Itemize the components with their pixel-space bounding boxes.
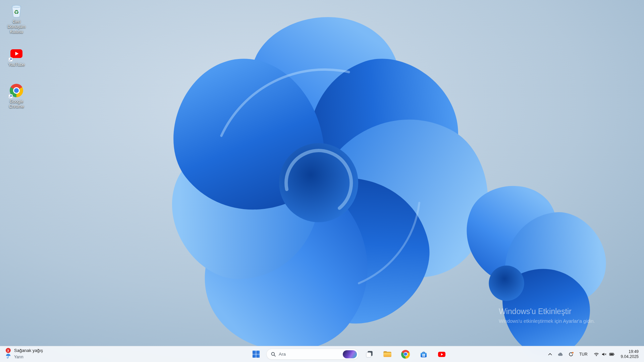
weather-condition: Sağanak yağış — [14, 348, 43, 353]
desktop-icon-label: Geri Dönüşüm Kutusu — [3, 19, 30, 35]
volume-muted-icon — [601, 352, 607, 357]
chevron-up-icon — [547, 352, 553, 357]
search-box[interactable] — [266, 349, 359, 360]
file-explorer-button[interactable] — [380, 348, 395, 361]
start-button[interactable] — [248, 348, 264, 361]
task-view-button[interactable] — [362, 348, 377, 361]
microsoft-store-icon — [419, 350, 428, 359]
watermark-subtitle: Windows'u etkinleştirmek için Ayarlar'a … — [499, 318, 595, 324]
youtube-icon — [437, 350, 446, 359]
youtube-button[interactable] — [434, 348, 449, 361]
desktop-icon-youtube[interactable]: YouTube — [2, 46, 31, 67]
windows-desktop: { "desktop": { "icons": [ { "label": "Ge… — [0, 0, 644, 362]
file-explorer-icon — [383, 350, 392, 359]
clock[interactable]: 19:49 9.04.2025 — [618, 349, 641, 359]
tray-overflow-button[interactable] — [545, 348, 555, 361]
sync-update-icon — [568, 352, 574, 357]
weather-when: Yarın — [14, 355, 43, 359]
taskbar: 3 Sağanak yağış Yarın — [0, 346, 644, 362]
wifi-icon — [594, 352, 599, 357]
watermark-title: Windows'u Etkinleştir — [499, 307, 595, 316]
youtube-icon — [9, 46, 24, 61]
recycle-bin-icon-graphic: ♻ — [9, 3, 24, 18]
desktop-icon-recycle-bin[interactable]: ♻ Geri Dönüşüm Kutusu — [2, 3, 31, 35]
desktop-icon-label: Google Chrome — [3, 99, 30, 109]
search-highlight-image[interactable] — [343, 350, 357, 358]
chrome-icon — [9, 83, 24, 98]
shortcut-arrow-icon — [8, 57, 13, 62]
desktop-icon-chrome[interactable]: Google Chrome — [2, 83, 31, 109]
taskbar-center — [248, 346, 449, 362]
svg-text:♻: ♻ — [14, 9, 19, 15]
shortcut-arrow-icon — [8, 94, 13, 99]
onedrive-cloud-icon — [557, 352, 564, 357]
battery-icon — [609, 352, 615, 357]
task-view-icon — [365, 350, 374, 358]
system-tray: TUR 19:49 9.04.2025 — [545, 346, 644, 362]
microsoft-store-button[interactable] — [416, 348, 431, 361]
recycle-bin-icon: ♻ — [9, 3, 24, 18]
language-indicator[interactable]: TUR — [577, 348, 590, 361]
desktop-icon-label: YouTube — [8, 62, 24, 67]
update-sync-button[interactable] — [566, 348, 576, 361]
clock-time: 19:49 — [621, 349, 639, 354]
chrome-icon — [401, 350, 410, 359]
windows-start-icon — [252, 350, 260, 358]
notification-count-badge: 3 — [6, 348, 11, 353]
umbrella-rain-icon — [5, 353, 11, 360]
search-icon — [271, 352, 276, 357]
widgets-weather-button[interactable]: 3 Sağanak yağış Yarın — [0, 346, 46, 362]
onedrive-button[interactable] — [555, 348, 566, 361]
network-volume-battery-button[interactable] — [591, 348, 618, 361]
activation-watermark: Windows'u Etkinleştir Windows'u etkinleş… — [499, 307, 595, 324]
search-input[interactable] — [279, 352, 340, 357]
chrome-button[interactable] — [398, 348, 413, 361]
clock-date: 9.04.2025 — [621, 354, 639, 359]
